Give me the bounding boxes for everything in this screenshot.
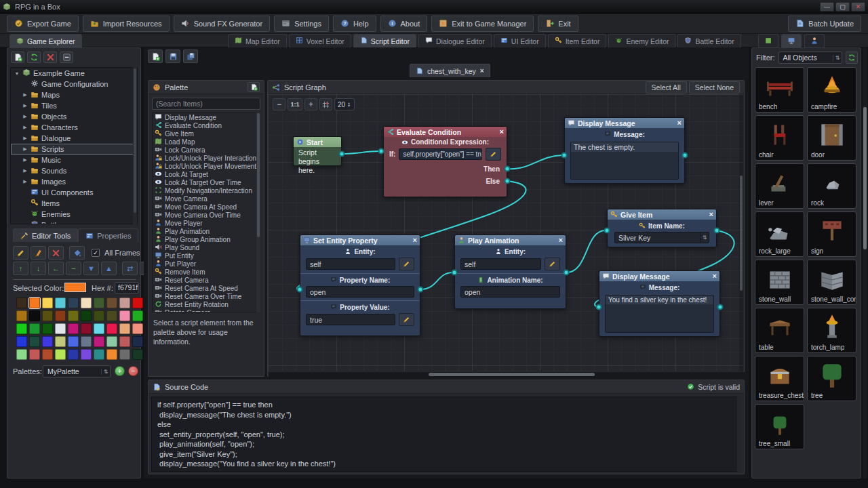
palette-item-put-player[interactable]: Put Player: [153, 260, 260, 268]
tab-editor-tools[interactable]: Editor Tools: [13, 228, 78, 242]
palette-color-swatch[interactable]: [29, 336, 40, 347]
script-document-tab[interactable]: chest_with_key ×: [410, 64, 490, 77]
port-else-out[interactable]: [505, 178, 511, 184]
palette-item-lock-unlock-player-movement[interactable]: Lock/Unlock Player Movement: [153, 162, 260, 170]
palette-color-swatch[interactable]: [81, 323, 92, 334]
palette-item-play-animation[interactable]: Play Animation: [153, 227, 260, 235]
palette-color-swatch[interactable]: [119, 349, 130, 360]
palette-color-swatch[interactable]: [42, 323, 53, 334]
remove-palette-button[interactable]: −: [128, 366, 138, 376]
object-card-stone-wall[interactable]: stone_wall: [755, 260, 804, 305]
port-playanimation-in[interactable]: [452, 270, 458, 276]
palette-color-swatch[interactable]: [16, 323, 27, 334]
object-card-lever[interactable]: lever: [755, 163, 804, 209]
node-start-header[interactable]: Start: [294, 137, 341, 147]
save-all-button[interactable]: [183, 49, 198, 63]
palette-item-modify-navigation-interaction[interactable]: Modify Navigation/Interaction: [153, 186, 260, 195]
palette-color-swatch[interactable]: [94, 336, 104, 347]
palette-color-swatch[interactable]: [94, 349, 104, 360]
new-resource-button[interactable]: [11, 52, 24, 63]
graph-canvas[interactable]: − 1:1 + 20 ▴▾: [269, 94, 743, 371]
node-giveitem-header[interactable]: Give Item ×: [608, 209, 716, 220]
palette-color-swatch[interactable]: [81, 298, 92, 308]
palette-color-swatch[interactable]: [81, 336, 92, 347]
collapse-button[interactable]: [60, 52, 73, 63]
tree-item-maps[interactable]: ▶Maps: [11, 89, 137, 100]
port-then-out[interactable]: [505, 166, 511, 172]
fill-tool-button[interactable]: [69, 246, 85, 260]
add-palette-button[interactable]: +: [115, 366, 125, 376]
tab-dialogue-editor[interactable]: Dialogue Editor: [418, 34, 492, 47]
palette-item-evaluate-condition[interactable]: Evaluate Condition: [153, 121, 260, 129]
palette-item-move-player[interactable]: Move Player: [153, 219, 260, 227]
selected-color-swatch[interactable]: [64, 283, 86, 292]
menu-button-sound-fx-generator[interactable]: Sound FX Generator: [174, 16, 271, 32]
layer-up-button[interactable]: ▲: [101, 262, 117, 275]
palette-color-swatch[interactable]: [81, 349, 92, 360]
expand-arrow-icon[interactable]: ▶: [22, 157, 28, 163]
edit-entity-button[interactable]: [545, 258, 560, 270]
palette-color-swatch[interactable]: [119, 336, 130, 347]
refresh-button[interactable]: [27, 52, 41, 63]
menu-button-import-resources[interactable]: Import Resources: [83, 16, 170, 32]
search-input[interactable]: (Search Items): [152, 98, 260, 110]
port-message2-in[interactable]: [596, 304, 602, 310]
port-start-out[interactable]: [339, 151, 345, 157]
source-code-text[interactable]: if self.property["open"] == true then di…: [151, 396, 738, 472]
menu-button-exit-to-game-manager[interactable]: Exit to Game Manager: [431, 16, 534, 32]
palette-color-swatch[interactable]: [55, 349, 66, 360]
palette-color-swatch[interactable]: [68, 323, 79, 334]
palette-select[interactable]: MyPalette ⇅: [43, 365, 111, 378]
palette-item-lock-camera[interactable]: Lock Camera: [153, 146, 260, 154]
object-card-bench[interactable]: bench: [755, 67, 804, 113]
tab-map-editor[interactable]: Map Editor: [228, 34, 287, 47]
close-node-icon[interactable]: ×: [713, 272, 717, 280]
palette-color-swatch[interactable]: [16, 298, 27, 308]
tree-item-music[interactable]: ▶Music: [11, 155, 137, 165]
node-display-message-2[interactable]: Display Message × Message: You find a si…: [599, 270, 720, 337]
palette-item-display-message[interactable]: Display Message: [153, 113, 260, 121]
port-giveitem-in[interactable]: [604, 228, 610, 234]
close-node-icon[interactable]: ×: [500, 128, 504, 136]
property-name-field[interactable]: open: [306, 286, 414, 298]
palette-color-swatch[interactable]: [106, 349, 117, 360]
palette-color-swatch[interactable]: [55, 336, 66, 347]
menu-button-settings[interactable]: Settings: [274, 16, 329, 32]
palette-color-swatch[interactable]: [132, 349, 143, 360]
tab-tiles[interactable]: [758, 34, 778, 47]
new-script-button[interactable]: [148, 49, 163, 63]
select-none-button[interactable]: Select None: [689, 81, 740, 94]
palette-item-put-entity[interactable]: Put Entity: [153, 251, 260, 260]
tab-game-explorer[interactable]: Game Explorer: [9, 34, 82, 47]
tree-item-game-configuration[interactable]: Game Configuration: [11, 79, 137, 89]
attach-tool-button[interactable]: [13, 246, 28, 260]
palette-color-swatch[interactable]: [29, 349, 40, 360]
entity-field[interactable]: self: [306, 258, 395, 270]
node-play-animation[interactable]: Play Animation × Entity: self Animat: [454, 235, 566, 309]
palette-item-remove-item[interactable]: Remove Item: [153, 268, 260, 276]
tree-item-example-game[interactable]: ▼Example Game: [11, 68, 137, 79]
expand-arrow-icon[interactable]: ▶: [22, 92, 28, 98]
expand-arrow-icon[interactable]: ▶: [22, 125, 28, 130]
object-card-chair[interactable]: chair: [755, 115, 804, 161]
close-node-icon[interactable]: ×: [709, 211, 713, 218]
save-script-button[interactable]: [165, 49, 180, 63]
palette-item-look-at-target[interactable]: Look At Target: [153, 170, 260, 178]
item-name-select[interactable]: Silver Key ⇅: [614, 232, 709, 243]
tree-item-dialogue[interactable]: ▶Dialogue: [11, 133, 137, 144]
tree-item-battles[interactable]: Battles: [11, 220, 137, 224]
object-card-campfire[interactable]: campfire: [807, 67, 856, 113]
palette-color-swatch[interactable]: [132, 310, 143, 321]
palette-item-reset-camera-at-speed[interactable]: Reset Camera At Speed: [153, 284, 260, 292]
animation-name-field[interactable]: open: [460, 286, 560, 298]
node-evaluate-header[interactable]: Evaluate Condition ×: [384, 127, 507, 137]
zoom-out-button[interactable]: −: [273, 98, 285, 110]
layer-down-button[interactable]: ▼: [83, 262, 99, 275]
palette-item-load-map[interactable]: Load Map: [153, 138, 260, 146]
tree-item-scripts[interactable]: ▶Scripts: [11, 144, 137, 155]
close-node-icon[interactable]: ×: [559, 237, 563, 244]
object-card-rock[interactable]: rock: [807, 163, 856, 209]
port-giveitem-out[interactable]: [714, 228, 720, 234]
tree-scrollbar[interactable]: [133, 67, 137, 224]
palette-item-move-camera-at-speed[interactable]: Move Camera At Speed: [153, 203, 260, 211]
